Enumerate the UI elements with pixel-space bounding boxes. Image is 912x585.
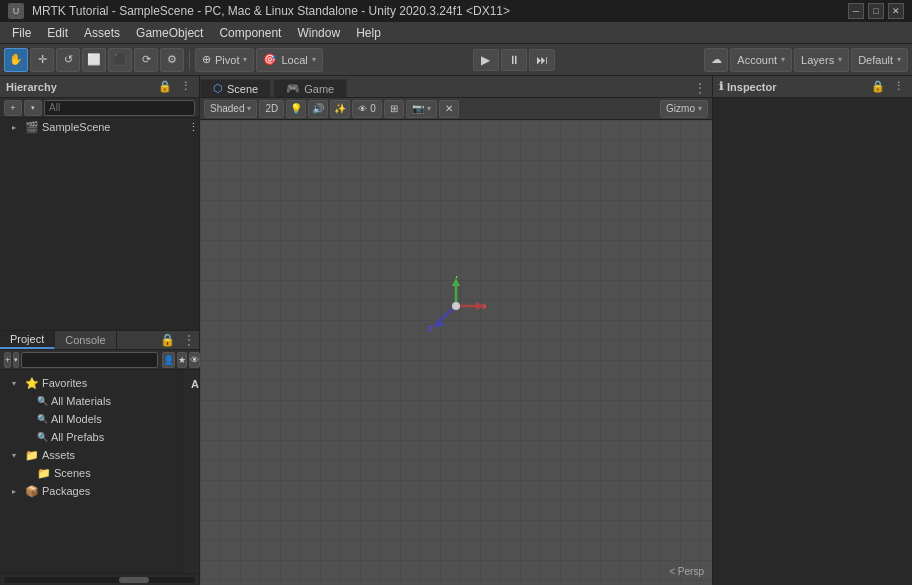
scenes-asset[interactable]: Scenes xyxy=(191,396,199,450)
hierarchy-scene-item[interactable]: ▸ 🎬 SampleScene ⋮ xyxy=(0,118,199,136)
layout-dropdown[interactable]: Default ▾ xyxy=(851,48,908,72)
tool-rect[interactable]: ⬛ xyxy=(108,48,132,72)
project-search[interactable] xyxy=(21,352,158,368)
project-menu[interactable]: ⋮ xyxy=(179,331,199,349)
maximize-button[interactable]: □ xyxy=(868,3,884,19)
2d-toggle[interactable]: 2D xyxy=(259,100,284,118)
collab-button[interactable]: ☁ xyxy=(704,48,728,72)
toolbar: ✋ ✛ ↺ ⬜ ⬛ ⟳ ⚙ ⊕ Pivot ▾ 🎯 Local ▾ ▶ ⏸ ⏭ … xyxy=(0,44,912,76)
cam-chevron: ▾ xyxy=(427,104,431,113)
project-add-dd[interactable]: ▾ xyxy=(13,352,19,368)
tab-console[interactable]: Console xyxy=(55,331,116,349)
add-dropdown[interactable]: ▾ xyxy=(24,100,42,116)
favorites-label: Favorites xyxy=(42,377,87,389)
layout-chevron: ▾ xyxy=(897,55,901,64)
minimize-button[interactable]: ─ xyxy=(848,3,864,19)
tool-hand[interactable]: ✋ xyxy=(4,48,28,72)
tab-scene[interactable]: ⬡ Scene xyxy=(200,79,271,97)
h-scrollbar[interactable] xyxy=(0,573,199,585)
scene-panel-menu[interactable]: ⋮ xyxy=(688,79,712,97)
scene-menu[interactable]: ⋮ xyxy=(188,121,199,134)
tree-scenes[interactable]: 📁 Scenes xyxy=(0,464,182,482)
step-button[interactable]: ⏭ xyxy=(529,49,555,71)
menu-component[interactable]: Component xyxy=(211,24,289,42)
lights-btn[interactable]: 💡 xyxy=(286,100,306,118)
assets-arrow: ▾ xyxy=(12,451,22,460)
inspector-title: Inspector xyxy=(727,81,777,93)
local-icon: 🎯 xyxy=(263,53,277,66)
pkgs-icon: 📦 xyxy=(25,485,39,498)
pivot-dropdown[interactable]: ⊕ Pivot ▾ xyxy=(195,48,254,72)
local-dropdown[interactable]: 🎯 Local ▾ xyxy=(256,48,322,72)
project-filter-btn[interactable]: ★ xyxy=(177,352,187,368)
inspector-menu[interactable]: ⋮ xyxy=(890,79,906,95)
menu-gameobject[interactable]: GameObject xyxy=(128,24,211,42)
title-text: MRTK Tutorial - SampleScene - PC, Mac & … xyxy=(32,4,840,18)
hide-label: 0 xyxy=(370,103,376,114)
eye-icon: 👁 xyxy=(358,104,367,114)
shading-dropdown[interactable]: Shaded ▾ xyxy=(204,100,257,118)
local-chevron: ▾ xyxy=(312,55,316,64)
scenes-icon: 📁 xyxy=(37,467,51,480)
inspector-panel: ℹ Inspector 🔒 ⋮ xyxy=(712,76,912,585)
project-search-btn[interactable]: 👤 xyxy=(162,352,175,368)
tree-packages[interactable]: ▸ 📦 Packages xyxy=(0,482,182,500)
hide-count[interactable]: 👁 0 xyxy=(352,100,382,118)
inspector-icon: ℹ xyxy=(719,80,723,93)
layers-dropdown[interactable]: Layers ▾ xyxy=(794,48,849,72)
tool-move[interactable]: ✛ xyxy=(30,48,54,72)
project-eye-btn[interactable]: 👁 xyxy=(189,352,200,368)
tree-all-materials[interactable]: 🔍 All Materials xyxy=(0,392,182,410)
tool-scale[interactable]: ⬜ xyxy=(82,48,106,72)
account-dropdown[interactable]: Account ▾ xyxy=(730,48,792,72)
persp-label: < Persp xyxy=(669,566,704,577)
scene-camera[interactable]: 📷 ▾ xyxy=(406,100,437,118)
layout-label: Default xyxy=(858,54,893,66)
tree-all-prefabs[interactable]: 🔍 All Prefabs xyxy=(0,428,182,446)
hierarchy-search[interactable] xyxy=(44,100,195,116)
tab-project[interactable]: Project xyxy=(0,331,55,349)
scenes-label: Scenes xyxy=(54,467,91,479)
scene-settings[interactable]: ✕ xyxy=(439,100,459,118)
gizmo-dropdown[interactable]: Gizmo ▾ xyxy=(660,100,708,118)
favorites-icon: ⭐ xyxy=(25,377,39,390)
scroll-thumb[interactable] xyxy=(119,577,149,583)
project-add[interactable]: + xyxy=(4,352,11,368)
svg-text:Z: Z xyxy=(428,324,433,333)
grid-btn[interactable]: ⊞ xyxy=(384,100,404,118)
hierarchy-toolbar: + ▾ xyxy=(0,98,199,118)
menu-edit[interactable]: Edit xyxy=(39,24,76,42)
menu-help[interactable]: Help xyxy=(348,24,389,42)
audio-btn[interactable]: 🔊 xyxy=(308,100,328,118)
prefabs-label: All Prefabs xyxy=(51,431,104,443)
project-tab-bar: Project Console 🔒 ⋮ xyxy=(0,331,199,350)
hierarchy-panel: Hierarchy 🔒 ⋮ + ▾ ▸ 🎬 SampleScene ⋮ xyxy=(0,76,199,331)
menu-assets[interactable]: Assets xyxy=(76,24,128,42)
tool-rotate[interactable]: ↺ xyxy=(56,48,80,72)
inspector-lock[interactable]: 🔒 xyxy=(870,79,886,95)
pause-button[interactable]: ⏸ xyxy=(501,49,527,71)
tool-custom[interactable]: ⚙ xyxy=(160,48,184,72)
close-button[interactable]: ✕ xyxy=(888,3,904,19)
tree-favorites[interactable]: ▾ ⭐ Favorites xyxy=(0,374,182,392)
mats-label: All Materials xyxy=(51,395,111,407)
project-lock[interactable]: 🔒 xyxy=(156,331,179,349)
tree-assets[interactable]: ▾ 📁 Assets xyxy=(0,446,182,464)
add-button[interactable]: + xyxy=(4,100,22,116)
menu-file[interactable]: File xyxy=(4,24,39,42)
layers-label: Layers xyxy=(801,54,834,66)
hierarchy-lock[interactable]: 🔒 xyxy=(157,79,173,95)
fx-btn[interactable]: ✨ xyxy=(330,100,350,118)
pivot-icon: ⊕ xyxy=(202,53,211,66)
tree-all-models[interactable]: 🔍 All Models xyxy=(0,410,182,428)
svg-text:Y: Y xyxy=(454,276,460,280)
tab-game[interactable]: 🎮 Game xyxy=(273,79,347,97)
tool-transform[interactable]: ⟳ xyxy=(134,48,158,72)
hierarchy-menu[interactable]: ⋮ xyxy=(177,79,193,95)
models-label: All Models xyxy=(51,413,102,425)
menu-window[interactable]: Window xyxy=(289,24,348,42)
svg-point-9 xyxy=(452,302,460,310)
scene-viewport[interactable]: X Y Z < Persp xyxy=(200,120,712,585)
shading-label: Shaded xyxy=(210,103,244,114)
play-button[interactable]: ▶ xyxy=(473,49,499,71)
